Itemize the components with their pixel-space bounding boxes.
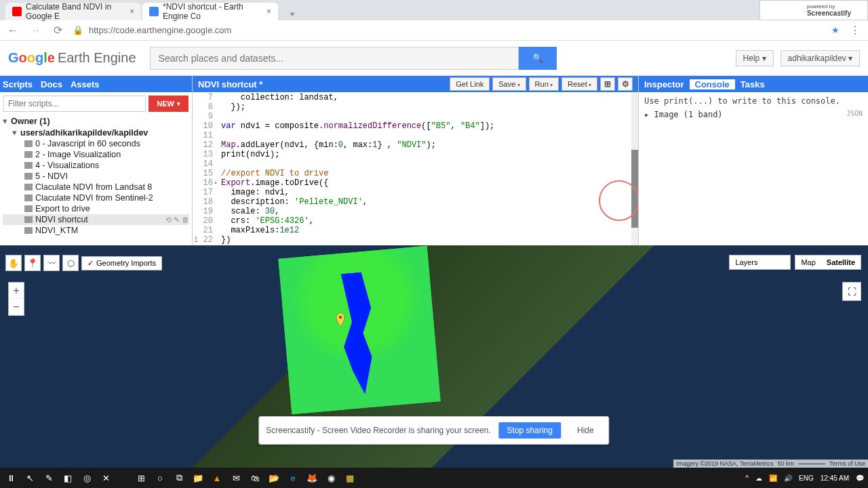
- browser-tab-strip: Calculate Band NDVI in Google E × *NDVI …: [0, 0, 868, 20]
- map-pin-icon[interactable]: [336, 313, 345, 327]
- code-lines[interactable]: collection: landsat, }); var ndvi = comp…: [217, 92, 494, 245]
- code-editor[interactable]: 789101112131415161718192021i 22 collecti…: [193, 92, 638, 245]
- gear-icon[interactable]: ⚙: [618, 77, 633, 91]
- edge-icon[interactable]: e: [286, 471, 300, 485]
- vlc-icon[interactable]: ▲: [210, 471, 224, 485]
- line-gutter: 789101112131415161718192021i 22: [193, 92, 217, 245]
- tree-item-selected[interactable]: NDVI shortcut⟲✎🗑: [3, 214, 189, 225]
- zoom-in-button[interactable]: +: [9, 283, 24, 299]
- main-split: Scripts Docs Assets NEW ▾Owner (1) ▾user…: [0, 76, 868, 245]
- polygon-tool-icon[interactable]: ⬡: [62, 255, 79, 271]
- tree-item[interactable]: 4 - Visualizations: [3, 160, 189, 171]
- firefox-icon[interactable]: 🦊: [305, 471, 319, 485]
- tree-item[interactable]: 0 - Javascript in 60 seconds: [3, 138, 189, 149]
- forward-icon[interactable]: →: [28, 24, 43, 37]
- tree-item[interactable]: Claculate NDVI from Sentinel-2: [3, 192, 189, 203]
- tab-assets[interactable]: Assets: [71, 79, 100, 89]
- pen-icon[interactable]: ✎: [42, 471, 56, 485]
- mail-icon[interactable]: ✉: [229, 471, 243, 485]
- search-button[interactable]: 🔍: [519, 47, 557, 70]
- console-hint: Use print(...) to write to this console.: [644, 96, 863, 106]
- save-button[interactable]: Save: [492, 77, 526, 91]
- notes-icon[interactable]: ▦: [343, 471, 357, 485]
- run-button[interactable]: Run: [529, 77, 559, 91]
- screencastify-watermark: powered byScreencastify: [760, 0, 868, 20]
- close-icon[interactable]: ×: [130, 7, 134, 16]
- lang-indicator[interactable]: ENG: [799, 474, 814, 482]
- eraser-icon[interactable]: ◧: [61, 471, 75, 485]
- bookmark-star-icon[interactable]: ★: [831, 25, 840, 35]
- search-input[interactable]: [150, 47, 519, 70]
- tree-item[interactable]: Export to drive: [3, 203, 189, 214]
- tab-inspector[interactable]: Inspector: [639, 79, 690, 89]
- volume-icon[interactable]: 🔊: [784, 474, 792, 482]
- focus-icon[interactable]: ◎: [80, 471, 94, 485]
- map-type-satellite[interactable]: Satellite: [821, 256, 861, 269]
- reload-icon[interactable]: ⟳: [52, 24, 64, 37]
- help-button[interactable]: Help ▾: [736, 50, 774, 66]
- geometry-imports-button[interactable]: ✓Geometry Imports: [81, 256, 162, 270]
- cursor-icon[interactable]: ↖: [23, 471, 37, 485]
- zoom-out-button[interactable]: −: [9, 299, 24, 315]
- notifications-icon[interactable]: 💬: [856, 474, 864, 482]
- map-type-map[interactable]: Map: [795, 256, 821, 269]
- browser-tab-youtube[interactable]: Calculate Band NDVI in Google E ×: [5, 3, 141, 20]
- map-canvas[interactable]: ✋ 📍 〰 ⬡ ✓Geometry Imports + − Layers Map…: [0, 245, 868, 468]
- editor-scrollbar[interactable]: [631, 92, 638, 245]
- new-script-button[interactable]: NEW: [149, 96, 189, 112]
- tree-item[interactable]: 5 - NDVI: [3, 171, 189, 182]
- stop-sharing-button[interactable]: Stop sharing: [499, 422, 561, 439]
- browser-tab-gee[interactable]: *NDVI shortcut - Earth Engine Co ×: [142, 3, 278, 20]
- line-tool-icon[interactable]: 〰: [43, 255, 60, 271]
- edit-icon[interactable]: ✎: [174, 216, 180, 224]
- reset-button[interactable]: Reset: [561, 77, 597, 91]
- get-link-button[interactable]: Get Link: [450, 77, 490, 91]
- onedrive-icon[interactable]: ☁: [755, 474, 762, 482]
- back-icon[interactable]: ←: [5, 24, 20, 37]
- cortana-icon[interactable]: ○: [153, 471, 167, 485]
- tab-scripts[interactable]: Scripts: [3, 79, 33, 89]
- folder-icon[interactable]: 📂: [267, 471, 281, 485]
- apps-icon[interactable]: ⊞: [600, 77, 615, 91]
- close-icon[interactable]: ×: [267, 7, 271, 16]
- tab-tasks[interactable]: Tasks: [735, 79, 770, 89]
- right-panel-tabs: Inspector Console Tasks: [639, 76, 868, 92]
- tree-item[interactable]: NDVI_KTM: [3, 225, 189, 236]
- script-tree[interactable]: ▾Owner (1) ▾users/adhikarikapildev/kapil…: [0, 115, 192, 245]
- wifi-icon[interactable]: 📶: [769, 474, 777, 482]
- console-panel: Inspector Console Tasks Use print(...) t…: [639, 76, 868, 245]
- tree-repo[interactable]: ▾users/adhikarikapildev/kapildev: [3, 127, 189, 138]
- hand-tool-icon[interactable]: ✋: [5, 255, 22, 271]
- taskview-icon[interactable]: ⧉: [172, 471, 186, 485]
- delete-icon[interactable]: 🗑: [182, 216, 189, 224]
- point-tool-icon[interactable]: 📍: [24, 255, 41, 271]
- chrome-icon[interactable]: ◉: [324, 471, 338, 485]
- start-icon[interactable]: ⊞: [134, 471, 148, 485]
- clock[interactable]: 12:45 AM: [821, 474, 849, 482]
- pause-icon[interactable]: ⏸: [4, 471, 18, 485]
- hide-banner-button[interactable]: Hide: [569, 422, 602, 439]
- gee-logo[interactable]: Google Earth Engine: [8, 50, 136, 66]
- tray-up-icon[interactable]: ^: [745, 474, 749, 482]
- store-icon[interactable]: 🛍: [248, 471, 262, 485]
- layers-button[interactable]: Layers: [729, 255, 791, 270]
- close-icon[interactable]: ✕: [99, 471, 113, 485]
- tab-docs[interactable]: Docs: [41, 79, 62, 89]
- tab-console[interactable]: Console: [690, 79, 735, 89]
- tree-owner[interactable]: ▾Owner (1): [3, 115, 189, 127]
- address-bar[interactable]: 🔒 https://code.earthengine.google.com: [73, 25, 823, 35]
- json-toggle[interactable]: JSON: [846, 110, 863, 119]
- terms-link[interactable]: Terms of Use: [829, 460, 865, 467]
- menu-icon[interactable]: ⋮: [848, 24, 863, 37]
- tree-item[interactable]: 2 - Image Visualization: [3, 149, 189, 160]
- filter-scripts-input[interactable]: [3, 96, 146, 112]
- user-menu-button[interactable]: adhikarikapildev ▾: [781, 50, 860, 66]
- tree-item[interactable]: Claculate NDVI from Landsat 8: [3, 182, 189, 192]
- share-text: Screencastify - Screen Video Recorder is…: [266, 426, 490, 435]
- explorer-icon[interactable]: 📁: [191, 471, 205, 485]
- console-output-item[interactable]: ▸ Image (1 band) JSON: [644, 110, 863, 119]
- youtube-icon: [12, 7, 22, 16]
- fullscreen-button[interactable]: ⛶: [842, 282, 861, 301]
- new-tab-button[interactable]: +: [283, 7, 301, 20]
- history-icon[interactable]: ⟲: [165, 216, 172, 224]
